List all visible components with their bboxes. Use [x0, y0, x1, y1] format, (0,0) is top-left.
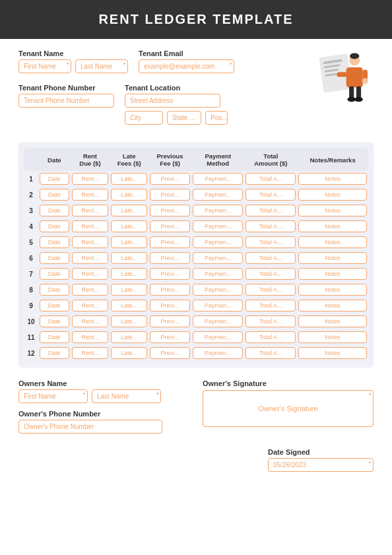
input-payment[interactable]: Paymen... [193, 236, 243, 248]
tenant-postal[interactable]: Pos... [205, 111, 228, 125]
input-prev[interactable]: Previ... [150, 315, 190, 327]
input-payment[interactable]: Paymen... [193, 284, 243, 296]
input-payment[interactable]: Paymen... [193, 189, 243, 201]
input-late[interactable]: Late... [111, 268, 147, 280]
input-payment[interactable]: Paymen... [193, 347, 243, 359]
input-late[interactable]: Late... [111, 331, 147, 343]
cell-total: Total A... [244, 266, 297, 282]
input-notes[interactable]: Notes [298, 268, 367, 280]
input-payment[interactable]: Paymen... [193, 331, 243, 343]
input-prev[interactable]: Previ... [150, 347, 190, 359]
input-rent[interactable]: Rent... [72, 205, 109, 216]
input-date[interactable]: Date [40, 300, 69, 311]
owner-first-name[interactable]: First Name * [18, 389, 88, 403]
input-date[interactable]: Date [40, 252, 69, 264]
input-late[interactable]: Late... [111, 315, 147, 327]
cell-late: Late... [110, 234, 148, 250]
input-notes[interactable]: Notes [298, 236, 367, 248]
input-total[interactable]: Total A... [245, 220, 296, 232]
input-late[interactable]: Late... [111, 252, 147, 264]
input-total[interactable]: Total A... [245, 315, 296, 327]
input-payment[interactable]: Paymen... [193, 315, 243, 327]
input-rent[interactable]: Rent... [72, 331, 109, 343]
input-rent[interactable]: Rent... [72, 284, 109, 296]
input-date[interactable]: Date [40, 315, 69, 327]
input-prev[interactable]: Previ... [150, 268, 190, 280]
input-rent[interactable]: Rent... [72, 315, 109, 327]
tenant-email[interactable]: example@example.com * [139, 59, 234, 73]
owner-phone[interactable]: Owner's Phone Number [18, 420, 162, 434]
input-late[interactable]: Late... [111, 284, 147, 296]
input-notes[interactable]: Notes [298, 315, 367, 327]
input-total[interactable]: Total A... [245, 173, 296, 185]
input-prev[interactable]: Previ... [150, 284, 190, 296]
input-total[interactable]: Total A... [245, 331, 296, 343]
input-date[interactable]: Date [40, 189, 69, 201]
input-notes[interactable]: Notes [298, 205, 367, 216]
input-late[interactable]: Late... [111, 300, 147, 311]
input-payment[interactable]: Paymen... [193, 220, 243, 232]
input-prev[interactable]: Previ... [150, 205, 190, 216]
input-notes[interactable]: Notes [298, 347, 367, 359]
input-notes[interactable]: Notes [298, 173, 367, 185]
input-notes[interactable]: Notes [298, 284, 367, 296]
tenant-city[interactable]: City [125, 111, 163, 125]
input-rent[interactable]: Rent... [72, 252, 109, 264]
input-notes[interactable]: Notes [298, 189, 367, 201]
input-late[interactable]: Late... [111, 220, 147, 232]
tenant-phone[interactable]: Tenant Phone Number [18, 94, 114, 108]
input-notes[interactable]: Notes [298, 300, 367, 311]
owner-signature-box[interactable]: Owner's Signature * [203, 390, 374, 427]
input-rent[interactable]: Rent... [72, 173, 109, 185]
input-payment[interactable]: Paymen... [193, 205, 243, 216]
input-payment[interactable]: Paymen... [193, 173, 243, 185]
input-total[interactable]: Total A... [245, 252, 296, 264]
cell-prev: Previ... [148, 329, 191, 345]
input-rent[interactable]: Rent... [72, 236, 109, 248]
tenant-state[interactable]: State ... [167, 111, 201, 125]
input-total[interactable]: Total A... [245, 300, 296, 311]
input-prev[interactable]: Previ... [150, 331, 190, 343]
input-prev[interactable]: Previ... [150, 173, 190, 185]
input-prev[interactable]: Previ... [150, 236, 190, 248]
input-rent[interactable]: Rent... [72, 220, 109, 232]
input-total[interactable]: Total A... [245, 205, 296, 216]
input-late[interactable]: Late... [111, 347, 147, 359]
input-total[interactable]: Total A... [245, 268, 296, 280]
input-payment[interactable]: Paymen... [193, 300, 243, 311]
input-total[interactable]: Total A... [245, 284, 296, 296]
input-date[interactable]: Date [40, 268, 69, 280]
date-signed[interactable]: 05/26/2023 * [268, 458, 374, 472]
owner-last-name[interactable]: Last Name * [92, 389, 161, 403]
input-rent[interactable]: Rent... [72, 189, 109, 201]
input-late[interactable]: Late... [111, 236, 147, 248]
tenant-street[interactable]: Street Address [125, 94, 220, 108]
input-date[interactable]: Date [40, 205, 69, 216]
input-total[interactable]: Total A... [245, 236, 296, 248]
input-rent[interactable]: Rent... [72, 347, 109, 359]
input-late[interactable]: Late... [111, 205, 147, 216]
input-notes[interactable]: Notes [298, 331, 367, 343]
input-date[interactable]: Date [40, 173, 69, 185]
tenant-last-name[interactable]: Last Name * [75, 59, 128, 73]
input-rent[interactable]: Rent... [72, 268, 109, 280]
input-notes[interactable]: Notes [298, 220, 367, 232]
input-date[interactable]: Date [40, 347, 69, 359]
input-payment[interactable]: Paymen... [193, 268, 243, 280]
input-late[interactable]: Late... [111, 173, 147, 185]
tenant-first-name[interactable]: First Name * [18, 59, 71, 73]
input-notes[interactable]: Notes [298, 252, 367, 264]
input-rent[interactable]: Rent... [72, 300, 109, 311]
input-date[interactable]: Date [40, 331, 69, 343]
input-prev[interactable]: Previ... [150, 189, 190, 201]
input-total[interactable]: Total A... [245, 189, 296, 201]
input-prev[interactable]: Previ... [150, 300, 190, 311]
input-late[interactable]: Late... [111, 189, 147, 201]
input-total[interactable]: Total A... [245, 347, 296, 359]
input-payment[interactable]: Paymen... [193, 252, 243, 264]
input-prev[interactable]: Previ... [150, 220, 190, 232]
input-date[interactable]: Date [40, 236, 69, 248]
input-date[interactable]: Date [40, 220, 69, 232]
input-date[interactable]: Date [40, 284, 69, 296]
input-prev[interactable]: Previ... [150, 252, 190, 264]
